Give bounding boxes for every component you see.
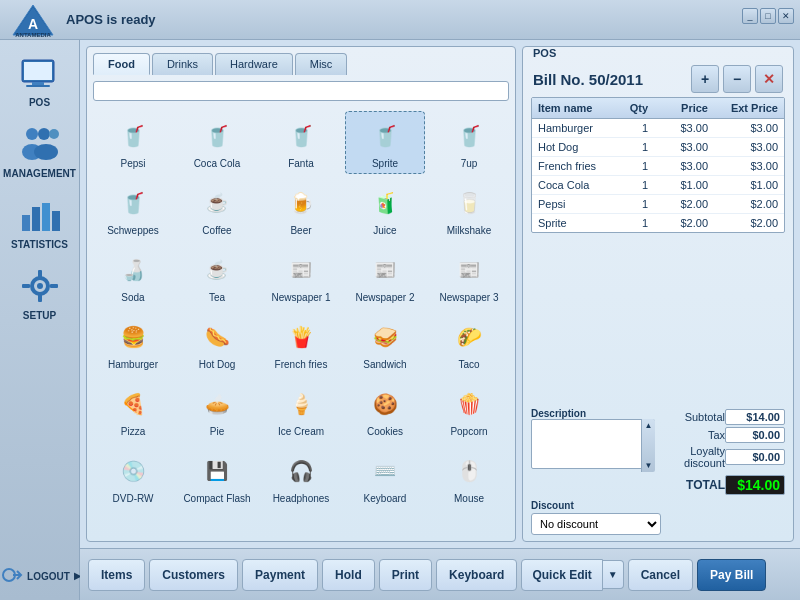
item-icon-cookies: 🍪: [362, 384, 408, 424]
list-item[interactable]: 🎧 Headphones: [261, 446, 341, 509]
item-label-popcorn: Popcorn: [450, 426, 487, 437]
item-icon-schweppes: 🥤: [110, 183, 156, 223]
bill-item-ext-price: $2.00: [714, 195, 784, 214]
list-item[interactable]: 🧃 Juice: [345, 178, 425, 241]
close-window-button[interactable]: ✕: [778, 8, 794, 24]
list-item[interactable]: 🥛 Milkshake: [429, 178, 509, 241]
quick-edit-group: Quick Edit ▼: [521, 559, 623, 591]
search-input[interactable]: [93, 81, 509, 101]
list-item[interactable]: 📰 Newspaper 1: [261, 245, 341, 308]
pay-bill-button[interactable]: Pay Bill: [697, 559, 766, 591]
item-label-tea: Tea: [209, 292, 225, 303]
list-item[interactable]: 🥪 Sandwich: [345, 312, 425, 375]
table-row[interactable]: Hot Dog 1 $3.00 $3.00: [532, 138, 784, 157]
table-row[interactable]: Pepsi 1 $2.00 $2.00: [532, 195, 784, 214]
list-item[interactable]: 🍶 Soda: [93, 245, 173, 308]
bill-item-price: $2.00: [654, 195, 714, 214]
bill-item-qty: 1: [624, 214, 654, 233]
table-row[interactable]: Hamburger 1 $3.00 $3.00: [532, 119, 784, 138]
svg-rect-6: [32, 82, 44, 85]
list-item[interactable]: 💿 DVD-RW: [93, 446, 173, 509]
print-button[interactable]: Print: [379, 559, 432, 591]
add-item-button[interactable]: +: [691, 65, 719, 93]
list-item[interactable]: 🍪 Cookies: [345, 379, 425, 442]
sidebar-item-management[interactable]: MANAGEMENT: [4, 116, 76, 185]
payment-button[interactable]: Payment: [242, 559, 318, 591]
item-label-newspaper3: Newspaper 3: [440, 292, 499, 303]
list-item[interactable]: 🥤 Schweppes: [93, 178, 173, 241]
list-item[interactable]: 🍿 Popcorn: [429, 379, 509, 442]
list-item[interactable]: 💾 Compact Flash: [177, 446, 257, 509]
table-row[interactable]: Sprite 1 $2.00 $2.00: [532, 214, 784, 233]
bill-item-price: $3.00: [654, 119, 714, 138]
item-label-sprite: Sprite: [372, 158, 398, 169]
scroll-up-icon[interactable]: ▲: [645, 421, 653, 430]
sidebar-item-statistics[interactable]: STATISTICS: [4, 187, 76, 256]
maximize-button[interactable]: □: [760, 8, 776, 24]
remove-item-button[interactable]: ✕: [755, 65, 783, 93]
list-item[interactable]: 🖱️ Mouse: [429, 446, 509, 509]
list-item[interactable]: 🌭 Hot Dog: [177, 312, 257, 375]
item-label-coffee: Coffee: [202, 225, 231, 236]
keyboard-button[interactable]: Keyboard: [436, 559, 517, 591]
subtract-item-button[interactable]: −: [723, 65, 751, 93]
list-item[interactable]: 🍦 Ice Cream: [261, 379, 341, 442]
svg-rect-20: [38, 294, 42, 302]
list-item[interactable]: 🥤 Sprite: [345, 111, 425, 174]
sidebar-statistics-label: STATISTICS: [11, 239, 68, 250]
item-icon-icecream: 🍦: [278, 384, 324, 424]
description-input[interactable]: [531, 419, 655, 469]
sidebar-item-logout[interactable]: LOGOUT ▶: [4, 555, 76, 595]
sidebar-item-pos[interactable]: POS: [4, 45, 76, 114]
item-icon-fanta: 🥤: [278, 116, 324, 156]
list-item[interactable]: 🥤 Fanta: [261, 111, 341, 174]
list-item[interactable]: ☕ Tea: [177, 245, 257, 308]
item-label-newspaper2: Newspaper 2: [356, 292, 415, 303]
sidebar-setup-label: SETUP: [23, 310, 56, 321]
discount-label: Discount: [531, 500, 785, 511]
bottom-toolbar: Items Customers Payment Hold Print Keybo…: [80, 548, 800, 600]
bill-header: Bill No. 50/2011 + − ✕: [523, 61, 793, 97]
list-item[interactable]: 🥤 Coca Cola: [177, 111, 257, 174]
svg-point-8: [26, 128, 38, 140]
items-button[interactable]: Items: [88, 559, 145, 591]
item-icon-milkshake: 🥛: [446, 183, 492, 223]
list-item[interactable]: ⌨️ Keyboard: [345, 446, 425, 509]
list-item[interactable]: 🍺 Beer: [261, 178, 341, 241]
col-item-name: Item name: [532, 98, 624, 119]
tab-food[interactable]: Food: [93, 53, 150, 75]
tax-row: Tax $0.00: [661, 426, 785, 444]
sidebar-item-setup[interactable]: SETUP: [4, 258, 76, 327]
minimize-button[interactable]: _: [742, 8, 758, 24]
list-item[interactable]: 🥤 7up: [429, 111, 509, 174]
panels: Food Drinks Hardware Misc 🥤 Pepsi 🥤 Coca…: [80, 40, 800, 548]
scroll-down-icon[interactable]: ▼: [645, 461, 653, 470]
table-row[interactable]: Coca Cola 1 $1.00 $1.00: [532, 176, 784, 195]
cancel-button[interactable]: Cancel: [628, 559, 693, 591]
list-item[interactable]: 🌮 Taco: [429, 312, 509, 375]
list-item[interactable]: 🥧 Pie: [177, 379, 257, 442]
quick-edit-dropdown-button[interactable]: ▼: [603, 560, 624, 589]
tab-misc[interactable]: Misc: [295, 53, 348, 75]
list-item[interactable]: ☕ Coffee: [177, 178, 257, 241]
tab-drinks[interactable]: Drinks: [152, 53, 213, 75]
total-row: TOTAL $14.00: [661, 474, 785, 496]
svg-rect-14: [32, 207, 40, 231]
list-item[interactable]: 📰 Newspaper 2: [345, 245, 425, 308]
table-row[interactable]: French fries 1 $3.00 $3.00: [532, 157, 784, 176]
svg-rect-7: [26, 85, 50, 87]
list-item[interactable]: 🍕 Pizza: [93, 379, 173, 442]
quick-edit-button[interactable]: Quick Edit: [521, 559, 602, 591]
hold-button[interactable]: Hold: [322, 559, 375, 591]
list-item[interactable]: 🍔 Hamburger: [93, 312, 173, 375]
customers-button[interactable]: Customers: [149, 559, 238, 591]
item-icon-hamburger: 🍔: [110, 317, 156, 357]
item-label-fanta: Fanta: [288, 158, 314, 169]
list-item[interactable]: 🥤 Pepsi: [93, 111, 173, 174]
item-icon-popcorn: 🍿: [446, 384, 492, 424]
list-item[interactable]: 🍟 French fries: [261, 312, 341, 375]
bill-item-qty: 1: [624, 138, 654, 157]
tab-hardware[interactable]: Hardware: [215, 53, 293, 75]
discount-select[interactable]: No discount 5% 10% 15% 20%: [531, 513, 661, 535]
list-item[interactable]: 📰 Newspaper 3: [429, 245, 509, 308]
